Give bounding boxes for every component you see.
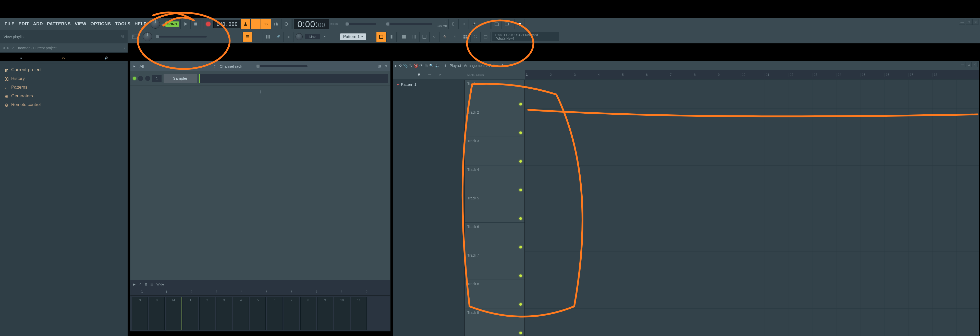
channel-name[interactable]: Sampler — [164, 74, 197, 83]
time-display[interactable]: 0:00:00 — [294, 19, 329, 29]
add-channel-button[interactable]: + — [130, 86, 390, 98]
metronome-count-button[interactable] — [240, 19, 251, 29]
track-led[interactable] — [519, 274, 522, 277]
mix-slot[interactable]: 5 — [250, 297, 266, 330]
undo-history-button[interactable] — [449, 19, 458, 29]
collapse-icon[interactable]: ⮘ — [20, 57, 22, 60]
back-icon[interactable]: ◀ — [3, 46, 5, 49]
chan-swing-slider[interactable] — [256, 65, 307, 67]
menu-patterns[interactable]: PATTERNS — [45, 21, 73, 27]
pl-paint-icon[interactable]: ✎ — [409, 64, 412, 68]
sound-icon[interactable]: 🔊 — [104, 56, 108, 60]
tempo-display[interactable]: 140.000 — [213, 20, 240, 28]
mix-slot[interactable]: 11 — [351, 297, 367, 330]
fullscreen-button[interactable]: ⛶ — [470, 32, 480, 42]
master-pitch-knob[interactable] — [143, 32, 152, 41]
blend-button[interactable] — [271, 19, 281, 29]
arrange-windows-button[interactable] — [460, 32, 470, 42]
playlist-crumb[interactable]: Pattern 1 — [489, 64, 504, 68]
wait-input-button[interactable] — [251, 19, 261, 29]
pl-mute-icon[interactable]: 🔇 — [414, 64, 418, 68]
menu-tools[interactable]: TOOLS — [113, 21, 132, 27]
mix-slot[interactable]: 3 — [216, 297, 232, 330]
filter-label[interactable]: All — [140, 64, 144, 68]
menu-view[interactable]: VIEW — [73, 21, 88, 27]
bar-ruler[interactable]: 123456789101112131415161718 — [525, 70, 979, 80]
wave-icon[interactable]: 〰 — [428, 73, 431, 76]
mode-button[interactable]: ≣ — [283, 32, 293, 42]
tree-root[interactable]: 🗎 Current project — [0, 65, 127, 74]
cut-button[interactable]: ✂ — [458, 19, 469, 29]
pl-glass-icon[interactable]: ⟟ — [445, 64, 446, 68]
maximize-button[interactable]: □ — [966, 19, 972, 25]
main-pitch-slider[interactable] — [387, 23, 432, 25]
pr-snap-icon[interactable]: ⊞ — [145, 282, 147, 286]
pr-send-icon[interactable]: ↗ — [138, 282, 142, 286]
menu-add[interactable]: ADD — [31, 21, 45, 27]
song-position-slider[interactable] — [345, 23, 376, 25]
mix-slot[interactable]: 1 — [183, 297, 198, 330]
pl-sound-icon[interactable]: 🔈 — [435, 64, 439, 68]
snap-menu-button[interactable]: ▾ — [320, 32, 330, 42]
pl-minimize-button[interactable]: — — [960, 62, 966, 67]
track-led[interactable] — [519, 132, 522, 134]
script-button[interactable] — [480, 32, 491, 42]
track-header[interactable]: Track 7 — [465, 251, 525, 280]
mix-slot[interactable]: 0 — [149, 297, 165, 330]
swing-knob[interactable] — [296, 33, 303, 40]
playlist-grid[interactable] — [525, 80, 979, 336]
tempo-tap-button[interactable]: ⏲ — [430, 32, 440, 42]
pl-menu-icon[interactable]: ▸ — [395, 64, 397, 68]
chan-knob-icon[interactable]: ⟟ — [214, 64, 216, 68]
track-led[interactable] — [519, 303, 522, 306]
help-button[interactable]: ? — [479, 19, 489, 29]
chevron-right-icon[interactable]: › — [124, 46, 125, 49]
mix-slot[interactable]: 4 — [233, 297, 249, 330]
folder-icon[interactable]: 🗀 — [62, 57, 65, 60]
mix-slot[interactable]: 7 — [283, 297, 299, 330]
pl-sync-icon[interactable]: ⟲ — [399, 64, 402, 68]
render-button[interactable] — [502, 19, 512, 29]
track-header[interactable]: Track 2 — [465, 108, 525, 137]
save-button[interactable] — [492, 19, 502, 29]
mix-slot[interactable]: 2 — [199, 297, 215, 330]
pattern-view-button[interactable] — [376, 32, 387, 42]
pat-song-toggle[interactable]: ◀ SONG — [160, 19, 180, 29]
plugin-button[interactable]: 🔌 — [440, 32, 450, 42]
close-button[interactable]: ✕ — [972, 19, 978, 25]
mic-button[interactable]: 🎤 — [469, 19, 479, 29]
tree-remote[interactable]: ⚙Remote control — [0, 100, 127, 109]
step-rec-button[interactable]: 3.2 — [261, 19, 271, 29]
mix-slot[interactable]: 9 — [317, 297, 333, 330]
menu-options[interactable]: OPTIONS — [88, 21, 113, 27]
track-led[interactable] — [519, 217, 522, 220]
plugin-mixer-button[interactable] — [409, 32, 419, 42]
track-header[interactable]: Track 3 — [465, 137, 525, 166]
menu-help[interactable]: HELP — [132, 21, 148, 27]
track-header[interactable]: Track 4 — [465, 166, 525, 194]
menu-edit[interactable]: EDIT — [17, 21, 31, 27]
pattern-item[interactable]: ▶ Pattern 1 — [393, 80, 465, 89]
tree-patterns[interactable]: ♪Patterns — [0, 83, 127, 92]
pl-maximize-button[interactable]: □ — [966, 62, 972, 67]
refresh-icon[interactable]: ⟳ — [12, 46, 14, 49]
channel-pan-knob[interactable] — [138, 76, 143, 81]
step-grid-icon[interactable]: ⊞ — [378, 64, 381, 68]
link-button[interactable]: 🔗 — [273, 32, 283, 42]
menu-file[interactable]: FILE — [3, 21, 17, 27]
news-button[interactable]: 💬 — [514, 19, 525, 29]
pl-close-button[interactable]: ✕ — [972, 62, 978, 67]
track-header[interactable]: Track 8 — [465, 280, 525, 309]
track-led[interactable] — [519, 103, 522, 105]
pr-play-icon[interactable]: ▶ — [133, 282, 135, 286]
tree-generators[interactable]: ⚙Generators — [0, 92, 127, 100]
channel-vol-knob[interactable] — [145, 76, 150, 81]
loop-rec-button[interactable] — [281, 19, 291, 29]
chevron-down-icon[interactable]: ▾ — [385, 64, 387, 68]
channel-number[interactable]: 1 — [152, 75, 162, 82]
view-mixer-button[interactable] — [387, 32, 396, 42]
step-sequencer[interactable] — [199, 74, 388, 83]
track-led[interactable] — [519, 160, 522, 162]
fwd-icon[interactable]: ▶ — [7, 46, 9, 49]
mix-slot-master[interactable]: M — [165, 297, 181, 330]
